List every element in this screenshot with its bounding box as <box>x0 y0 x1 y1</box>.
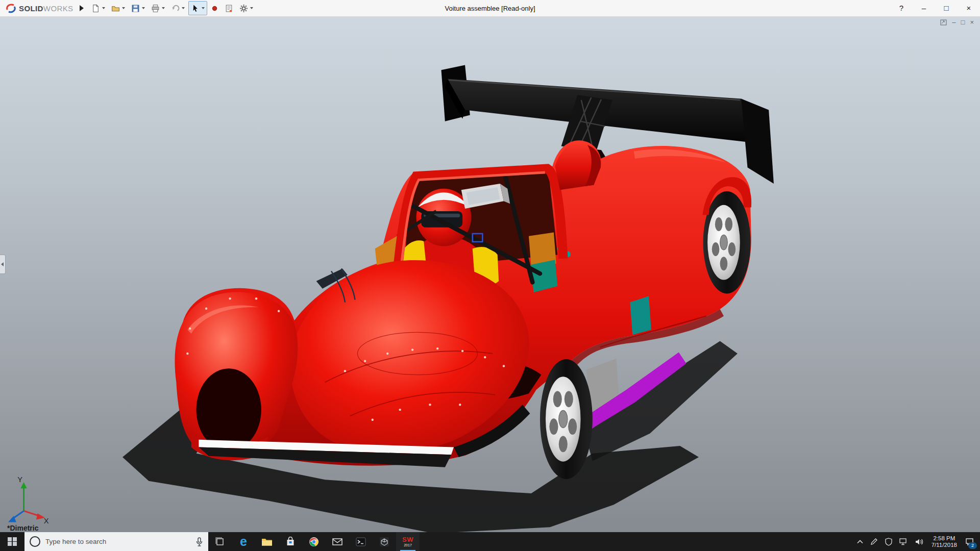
side-intake-teal <box>630 296 651 335</box>
tray-chevron-button[interactable] <box>853 532 867 551</box>
window-title: Voiture assemblee [Read-only] <box>445 5 535 12</box>
pen-icon <box>870 538 878 545</box>
undo-button[interactable] <box>168 1 187 15</box>
brand-text: SOLIDWORKS <box>19 4 74 13</box>
save-floppy-icon <box>131 4 140 13</box>
dropdown-caret <box>142 7 145 9</box>
help-button[interactable]: ? <box>890 0 913 16</box>
report-book-icon <box>225 4 233 13</box>
task-view-button[interactable] <box>208 532 232 551</box>
solidworks-app-icon: SW 2017 <box>402 536 413 547</box>
dropdown-caret <box>102 7 105 9</box>
axis-y-label: Y <box>17 475 22 484</box>
graphics-viewport[interactable]: – □ × <box>0 16 980 532</box>
notification-badge: 2 <box>968 542 977 549</box>
doc-close-button[interactable]: × <box>970 18 974 27</box>
save-button[interactable] <box>129 1 148 15</box>
car-3d-model[interactable]: Y X <box>0 16 980 532</box>
microphone-icon[interactable] <box>195 537 203 546</box>
maximize-button[interactable]: □ <box>935 0 958 16</box>
open-button[interactable] <box>109 1 128 15</box>
front-right-wheel <box>540 359 593 479</box>
dropdown-caret <box>162 7 165 9</box>
taskbar-app-store[interactable] <box>279 532 302 551</box>
solidworks-logo: SOLIDWORKS <box>0 3 78 14</box>
document-window-controls: – □ × <box>940 18 974 27</box>
dropdown-caret <box>122 7 125 9</box>
open-folder-icon <box>111 4 120 13</box>
report-button[interactable] <box>222 1 236 15</box>
ds-logo-icon <box>5 3 16 14</box>
chrome-icon <box>309 537 319 547</box>
file-explorer-icon <box>261 537 273 546</box>
volume-icon <box>915 538 924 545</box>
network-icon <box>899 538 908 545</box>
print-icon <box>151 4 160 13</box>
edge-icon: e <box>240 535 247 548</box>
new-document-button[interactable] <box>89 1 108 15</box>
red-dot-button[interactable] <box>208 1 221 15</box>
print-button[interactable] <box>149 1 167 15</box>
wheel-arch-opening <box>196 368 261 451</box>
close-button[interactable]: × <box>958 0 980 16</box>
tray-network-button[interactable] <box>896 532 912 551</box>
dropdown-caret <box>250 7 253 9</box>
gear-icon <box>239 4 248 13</box>
shield-icon <box>885 538 892 546</box>
taskbar-app-file-explorer[interactable] <box>255 532 279 551</box>
doc-minimize-button[interactable]: – <box>952 18 955 27</box>
task-view-icon <box>215 537 225 547</box>
tray-pen-button[interactable] <box>867 532 881 551</box>
tray-security-button[interactable] <box>881 532 896 551</box>
taskbar-app-chrome[interactable] <box>302 532 326 551</box>
feature-tree-flyout-handle[interactable] <box>0 255 6 274</box>
new-document-icon <box>91 4 100 13</box>
windows-logo-icon <box>8 537 17 546</box>
clock-time: 2:58 PM <box>932 535 957 542</box>
mail-icon <box>332 538 342 546</box>
store-bag-icon <box>286 537 295 546</box>
undo-arrow-icon <box>171 4 180 13</box>
minimize-button[interactable]: – <box>913 0 935 16</box>
dropdown-caret <box>182 7 185 9</box>
taskbar-app-3d-tool[interactable] <box>373 532 396 551</box>
cortana-icon <box>30 536 40 547</box>
search-input[interactable] <box>44 537 191 546</box>
tray-volume-button[interactable] <box>912 532 927 551</box>
dropdown-caret <box>202 7 205 9</box>
view-orientation-label: *Dimetric <box>7 524 38 532</box>
red-sphere-icon <box>211 5 218 12</box>
orientation-triad: Y X <box>8 475 49 525</box>
taskbar-search[interactable] <box>24 532 208 551</box>
title-bar: SOLIDWORKS <box>0 0 980 17</box>
taskbar-app-command-prompt[interactable] <box>349 532 373 551</box>
command-prompt-icon <box>356 537 366 546</box>
start-button[interactable] <box>0 532 24 551</box>
window-controls: ? – □ × <box>890 0 980 16</box>
doc-pin-icon[interactable] <box>940 19 947 26</box>
menu-flyout-arrow-icon[interactable] <box>80 5 84 11</box>
taskbar-clock[interactable]: 2:58 PM 7/11/2018 <box>927 535 961 548</box>
taskbar-app-mail[interactable] <box>326 532 349 551</box>
system-tray: 2:58 PM 7/11/2018 2 <box>853 532 980 551</box>
quick-access-toolbar <box>89 1 256 15</box>
taskbar-app-edge[interactable]: e <box>232 532 255 551</box>
chevron-up-icon <box>857 540 863 544</box>
axis-x-label: X <box>44 517 49 525</box>
clock-date: 7/11/2018 <box>932 542 957 548</box>
taskbar-app-solidworks[interactable]: SW 2017 <box>396 532 420 551</box>
cube-app-icon <box>379 537 389 547</box>
options-button[interactable] <box>237 1 256 15</box>
rear-right-wheel <box>702 177 751 293</box>
solidworks-window: SOLIDWORKS <box>0 0 980 551</box>
select-tool-button[interactable] <box>188 1 207 15</box>
windows-taskbar: e <box>0 532 980 551</box>
action-center-button[interactable]: 2 <box>961 532 980 551</box>
select-cursor-icon <box>191 4 200 13</box>
doc-maximize-button[interactable]: □ <box>961 18 965 27</box>
